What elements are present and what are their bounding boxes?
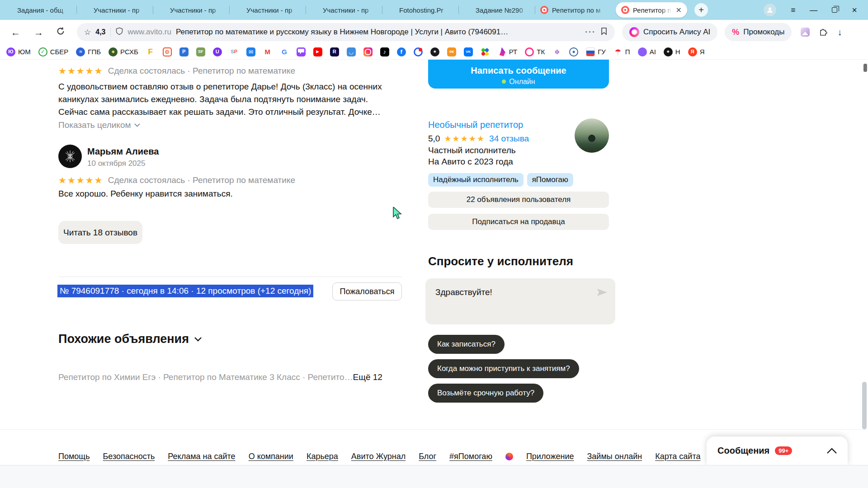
bookmark-item[interactable]: G [280,47,289,56]
screenshot-icon[interactable] [801,28,810,37]
seller-avatar[interactable] [575,118,609,153]
bookmark-item[interactable]: SF [196,47,205,56]
bookmark-item[interactable] [481,47,490,56]
bookmark-item[interactable]: U [213,47,222,56]
write-message-button[interactable]: Написать сообщение Онлайн [428,60,609,89]
address-bar[interactable]: ☆ 4,3 www.avito.ru Репетитор по математи… [77,23,615,41]
alice-button[interactable]: Спросить Алису AI [622,23,717,41]
reload-button[interactable] [56,27,65,38]
messenger-widget[interactable]: Сообщения 99+ [707,436,848,465]
browser-tab[interactable]: Участники - пр [76,0,153,20]
footer-link[interactable] [505,453,513,460]
bookmark-item[interactable]: Р [179,47,189,56]
scrollbar-marker[interactable] [863,64,867,72]
browser-tab[interactable]: Репетитор по м [535,0,611,20]
footer-link[interactable]: Помощь [58,452,90,461]
footer-link[interactable]: Займы онлайн [587,452,642,461]
footer-link[interactable]: Карьера [307,452,338,461]
bookmark-item[interactable]: AI [638,47,656,56]
menu-icon[interactable]: ≡ [791,6,795,14]
new-tab-button[interactable]: + [694,3,708,17]
send-icon[interactable] [597,288,607,298]
promo-button[interactable]: % Промокоды [725,23,792,41]
browser-tab[interactable]: Задание №290 [458,0,535,20]
footer-link[interactable]: Реклама на сайте [168,452,235,461]
tab-close-icon[interactable]: ✕ [676,6,682,14]
subscribe-button[interactable]: Подписаться на продавца [428,214,609,230]
bookmark-item[interactable]: R [330,47,339,56]
browser-tab-active[interactable]: Репетитор п ✕ [616,2,687,18]
bookmark-item[interactable]: ✓ СБЕР [38,47,69,56]
similar-ads-links[interactable]: Репетитор по Химии Егэ · Репетитор по Ма… [58,372,382,382]
bookmark-item[interactable]: ▶ [313,47,322,56]
bookmark-item[interactable]: Я Я [688,47,705,56]
bookmark-favicon: ⊙ [163,47,172,56]
seller-name-link[interactable]: Необычный репетитор [428,120,523,130]
quick-question-chip[interactable]: Возьмёте срочную работу? [428,384,543,403]
minimize-icon[interactable]: — [810,6,817,14]
bookmark-item[interactable]: SP [230,47,239,56]
bookmark-item[interactable]: M [263,47,272,56]
bookmark-item[interactable] [414,47,423,56]
bookmark-item[interactable] [363,47,373,56]
bookmark-item[interactable]: ≈ ГПБ [76,47,101,56]
footer-link[interactable]: #яПомогаю [449,452,492,461]
quick-question-chip[interactable]: Как записаться? [428,335,505,354]
footer-link[interactable]: О компании [249,452,293,461]
downloads-icon[interactable]: ↓ [837,27,842,38]
browser-tab[interactable]: Участники - пр [229,0,306,20]
browser-tab[interactable]: Участники - пр [306,0,382,20]
bookmark-item[interactable]: ок [447,47,456,56]
restore-icon[interactable] [832,7,837,13]
more-ads-link[interactable]: Ещё 12 [353,372,382,382]
bookmark-item[interactable]: ◆ РСХБ [108,47,138,56]
message-input-value: Здравствуйте! [435,287,492,297]
expand-review-link[interactable]: Показать целиком [58,120,140,130]
extensions-puzzle-icon[interactable] [819,27,828,38]
bookmark-item[interactable]: F [146,47,155,56]
profile-avatar[interactable] [764,4,776,16]
bookmark-item[interactable]: ⊙ [163,47,172,56]
back-button[interactable]: ← [11,28,20,37]
message-input[interactable]: Здравствуйте! [425,278,615,324]
bookmark-item[interactable]: ♪ [380,47,389,56]
similar-ads-title[interactable]: Похожие объявления [58,332,202,346]
browser-tab[interactable]: Fotohosting.Pr [382,0,458,20]
bookmark-item[interactable] [297,47,306,56]
bookmark-item[interactable]: ★ [430,47,439,56]
quick-question-chip[interactable]: Когда можно приступить к занятиям? [428,359,579,378]
footer-link[interactable]: Блог [419,452,436,461]
footer-link[interactable]: Приложение [526,452,574,461]
scrollbar-thumb[interactable] [862,382,867,429]
bookmark-flag-icon[interactable] [600,27,608,37]
browser-tab[interactable]: Участники - пр [153,0,229,20]
seller-ads-button[interactable]: 22 объявления пользователя [428,192,609,208]
footer-link[interactable]: Карта сайта [655,452,700,461]
report-button[interactable]: Пожаловаться [332,282,402,300]
shield-icon[interactable] [115,27,123,37]
browser-tab[interactable]: Задания - общ [0,0,76,20]
tab-title: Участники - пр [170,6,224,14]
bookmark-item[interactable]: ТК [525,47,545,56]
more-icon[interactable]: ··· [585,28,596,37]
site-rating-star-icon[interactable]: ☆ [84,28,91,37]
bookmark-item[interactable]: ☂ П [613,47,630,56]
footer-link[interactable]: Безопасность [103,452,155,461]
forward-button[interactable]: → [34,28,43,37]
footer-link[interactable]: Авито Журнал [351,452,406,461]
bookmark-item[interactable]: Ю ЮМ [6,47,31,56]
bookmark-item[interactable]: f [397,47,406,56]
bookmark-item[interactable]: ✉ [246,47,255,56]
read-reviews-button[interactable]: Читать 18 отзывов [58,221,142,244]
bookmark-item[interactable]: ф [552,47,561,56]
bookmark-item[interactable]: VK [464,47,473,56]
chevron-up-icon[interactable] [827,448,837,454]
bookmark-item[interactable]: ГУ [586,47,606,56]
bookmark-item[interactable]: ◡ [347,47,356,56]
bookmark-item[interactable]: ★ Н [664,47,680,56]
reviews-count-link[interactable]: 34 отзыва [489,134,529,144]
close-window-icon[interactable]: × [852,5,857,14]
bookmark-item[interactable]: РТ [497,47,518,56]
site-url[interactable]: www.avito.ru [128,28,171,37]
bookmark-item[interactable]: ◆ [569,47,578,56]
